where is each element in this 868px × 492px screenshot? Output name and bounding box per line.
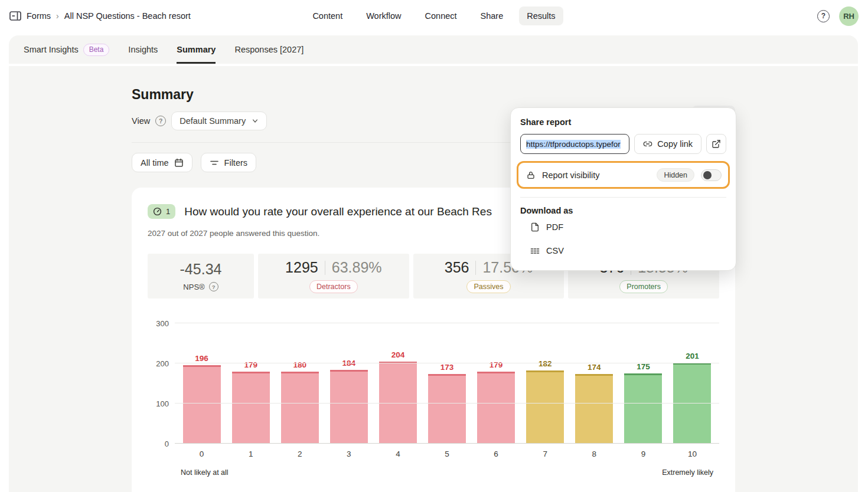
chart-bars: 196179180184204173179182174175201 [175,323,719,444]
nps-score-value: -45.34 [180,261,222,278]
bar-value-label: 173 [440,363,454,372]
download-option-pdf[interactable]: PDF [520,215,726,239]
stat-count: 1295 [285,259,318,276]
share-popover-title: Share report [520,117,726,127]
filters-label: Filters [224,158,247,168]
copy-link-button[interactable]: Copy link [634,134,701,154]
main-tab-connect[interactable]: Connect [417,6,465,25]
main-tab-results[interactable]: Results [519,6,563,25]
bar-column-2: 180 [275,360,324,444]
header-actions: ? RH [563,6,859,26]
question-number-chip: 1 [148,204,175,219]
bar-7[interactable] [526,370,564,444]
link-icon [643,139,652,149]
breadcrumb-forms-link[interactable]: Forms [27,11,51,21]
subnav-tab-label: Smart Insights [24,45,79,54]
bar-column-1: 179 [226,360,275,444]
popover-divider [520,197,726,198]
lock-icon [526,170,536,180]
main-tab-share[interactable]: Share [473,6,511,25]
gauge-icon [153,207,162,216]
bar-value-label: 204 [391,350,405,359]
bar-1[interactable] [232,372,270,444]
top-header: Forms › All NSP Questions - Beach resort… [0,0,868,32]
beta-badge: Beta [83,44,110,56]
share-url-input[interactable]: https://tfproductops.typefor [520,134,629,154]
main-tab-content[interactable]: Content [305,6,350,25]
time-filter-label: All time [141,158,169,168]
x-tick-5: 5 [422,450,471,458]
stat-separator [325,261,325,275]
avatar[interactable]: RH [839,6,859,26]
view-select-dropdown[interactable]: Default Summary [171,111,267,130]
subnav-tab-insights[interactable]: Insights [128,35,158,64]
view-help-icon[interactable]: ? [155,116,166,126]
nps-score-label: NPS® ? [183,282,218,291]
download-option-csv[interactable]: CSV [520,239,726,263]
nps-score-cell: -45.34 NPS® ? [148,254,254,299]
group-pill-promoters: Promoters [619,280,668,293]
gridline-0 [175,443,719,444]
bar-column-4: 204 [373,350,422,444]
bar-5[interactable] [428,374,466,444]
bar-value-label: 180 [293,360,306,369]
results-subnav: Smart InsightsBetaInsightsSummaryRespons… [9,35,858,66]
x-tick-4: 4 [373,450,422,458]
chart-plot-area: 196179180184204173179182174175201 [175,323,719,444]
bar-6[interactable] [477,372,515,444]
bar-column-7: 182 [521,359,570,444]
view-label: View [132,116,150,126]
page-title: Summary [132,87,735,103]
chart-x-axis: 012345678910 [175,450,719,458]
share-report-popover: Share report https://tfproductops.typefo… [510,107,736,271]
breadcrumb-form-name[interactable]: All NSP Questions - Beach resort [64,11,191,21]
download-as-label: Download as [520,206,726,215]
bar-column-0: 196 [177,354,226,444]
bar-0[interactable] [183,365,221,444]
x-right-label: Extremely likely [662,468,713,477]
filters-button[interactable]: Filters [201,153,256,172]
share-url-text: https://tfproductops.typefor [526,140,621,149]
report-visibility-label: Report visibility [542,170,650,180]
visibility-status-badge: Hidden [657,168,694,182]
time-filter-button[interactable]: All time [132,153,192,172]
x-tick-10: 10 [668,450,717,458]
bar-2[interactable] [281,372,319,444]
bar-column-10: 201 [668,352,717,444]
open-external-button[interactable] [706,134,726,154]
x-tick-3: 3 [324,450,373,458]
download-option-label: PDF [546,222,563,232]
x-tick-0: 0 [177,450,226,458]
bar-9[interactable] [624,373,662,444]
calendar-icon [174,158,184,168]
gridline-100 [175,403,719,404]
group-pill-detractors: Detractors [309,280,358,293]
stat-count: 356 [445,259,469,276]
bar-8[interactable] [575,374,613,444]
stat-cell-detractors: 129563.89%Detractors [258,254,409,299]
forms-icon[interactable] [9,11,21,21]
bar-3[interactable] [330,370,368,444]
subnav-tab-smart-insights[interactable]: Smart InsightsBeta [24,35,109,64]
stat-separator [475,261,476,275]
question-number: 1 [166,207,170,216]
share-url-row: https://tfproductops.typefor Copy link [520,134,726,154]
main-tab-workflow[interactable]: Workflow [358,6,409,25]
grid-icon [530,246,540,255]
stat-numbers: 129563.89% [285,259,381,276]
copy-link-label: Copy link [657,139,693,149]
subnav-tab-responses-2027-[interactable]: Responses [2027] [234,35,304,64]
chart-anchor-labels: Not likely at all Extremely likely [175,468,719,477]
group-pill-passives: Passives [466,280,510,293]
visibility-toggle[interactable] [701,169,722,181]
x-tick-7: 7 [521,450,570,458]
nps-label-text: NPS® [183,283,204,291]
view-select-value: Default Summary [180,116,246,126]
y-tick-100: 100 [156,399,169,408]
nps-help-icon[interactable]: ? [209,282,218,291]
bar-value-label: 196 [195,354,208,363]
x-tick-8: 8 [570,450,619,458]
subnav-tab-summary[interactable]: Summary [177,35,216,64]
help-icon[interactable]: ? [817,10,830,22]
download-option-label: CSV [546,246,564,255]
